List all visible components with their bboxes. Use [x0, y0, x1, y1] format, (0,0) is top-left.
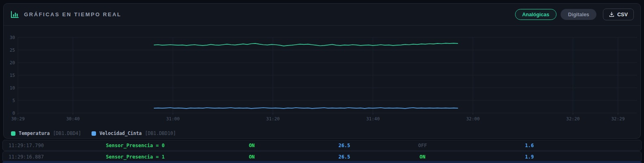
realtime-charts-card: GRÁFICAS EN TIEMPO REAL Analógicas Digit… — [3, 3, 641, 139]
line-chart-canvas[interactable]: 05101520253030:2930:4031:0031:2031:4032:… — [4, 26, 640, 127]
svg-text:25: 25 — [10, 48, 15, 53]
event-log-list: 11:29:17.790Sensor_Presencia = 0ON26.5OF… — [2, 140, 642, 163]
log-cell-on: ON — [380, 154, 466, 160]
log-cell-time: 11:29:16.887 — [3, 154, 76, 160]
svg-text:15: 15 — [10, 73, 15, 78]
log-cell-time: 11:29:17.790 — [3, 143, 76, 148]
log-cell-on: ON — [194, 154, 309, 160]
log-cell-event: Sensor_Presencia = 1 — [76, 154, 194, 160]
log-cell-on: ON — [194, 143, 309, 148]
log-cell-num: 26.5 — [309, 143, 380, 148]
svg-text:30: 30 — [10, 35, 15, 40]
svg-text:32:20: 32:20 — [566, 116, 580, 122]
legend-item-velocidad_cinta[interactable]: Velocidad_Cinta[DB1.DBD10] — [92, 130, 176, 136]
page-title: GRÁFICAS EN TIEMPO REAL — [24, 11, 122, 17]
log-cell-num: 1.6 — [465, 143, 593, 148]
legend-tag: [DB1.DBD4] — [53, 130, 81, 136]
legend-label: Temperatura — [19, 130, 50, 136]
digital-tab-button[interactable]: Digitales — [561, 9, 596, 20]
log-cell-num: 1.9 — [465, 154, 593, 160]
svg-text:10: 10 — [10, 85, 15, 91]
legend-swatch — [92, 131, 96, 136]
next-row-partial — [2, 161, 642, 163]
svg-text:31:00: 31:00 — [166, 116, 179, 122]
log-cell-num: 26.5 — [309, 154, 380, 160]
svg-text:20: 20 — [10, 60, 15, 65]
bar-chart-icon — [10, 11, 19, 19]
analog-tab-button[interactable]: Analógicas — [515, 9, 557, 20]
svg-text:30:29: 30:29 — [11, 116, 24, 122]
csv-button-label: CSV — [617, 12, 628, 17]
svg-text:5: 5 — [12, 98, 15, 103]
svg-text:32:29: 32:29 — [611, 116, 624, 122]
download-icon — [609, 12, 614, 17]
legend-label: Velocidad_Cinta — [99, 130, 142, 136]
log-row[interactable]: 11:29:16.887Sensor_Presencia = 1ON26.5ON… — [2, 151, 642, 162]
card-header: GRÁFICAS EN TIEMPO REAL Analógicas Digit… — [4, 4, 640, 26]
csv-download-button[interactable]: CSV — [603, 9, 634, 20]
svg-text:30:40: 30:40 — [66, 116, 80, 122]
legend-tag: [DB1.DBD10] — [145, 130, 176, 136]
realtime-chart: 05101520253030:2930:4031:0031:2031:4032:… — [4, 26, 640, 136]
log-row[interactable]: 11:29:17.790Sensor_Presencia = 0ON26.5OF… — [2, 140, 642, 151]
svg-text:32:00: 32:00 — [466, 116, 480, 122]
legend-swatch — [11, 131, 15, 136]
chart-legend: Temperatura[DB1.DBD4]Velocidad_Cinta[DB1… — [4, 129, 640, 136]
legend-item-temperatura[interactable]: Temperatura[DB1.DBD4] — [11, 130, 81, 136]
svg-text:31:20: 31:20 — [266, 116, 279, 122]
svg-text:31:40: 31:40 — [366, 116, 380, 122]
log-cell-off: OFF — [380, 143, 466, 148]
svg-text:0: 0 — [12, 111, 15, 116]
log-cell-event: Sensor_Presencia = 0 — [76, 143, 194, 148]
